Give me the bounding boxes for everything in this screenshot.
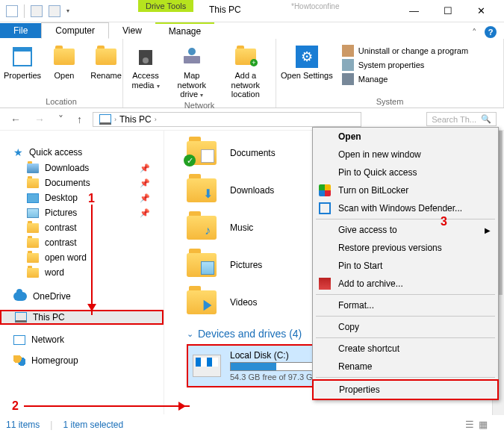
defender-icon: [319, 202, 331, 214]
nav-history-button[interactable]: ˅: [55, 113, 66, 125]
nav-label: open word: [45, 252, 87, 263]
large-icons-view-icon[interactable]: ▦: [479, 419, 488, 430]
system-properties-button[interactable]: System properties: [342, 59, 468, 71]
ctx-properties[interactable]: Properties: [312, 379, 499, 400]
nav-word[interactable]: word: [13, 265, 164, 280]
drive-tools-contextual-tab[interactable]: Drive Tools: [138, 0, 193, 12]
nav-onedrive[interactable]: OneDrive: [13, 289, 164, 304]
folder-icon: [187, 290, 217, 314]
nav-contrast[interactable]: contrast: [13, 220, 164, 235]
nav-homegroup[interactable]: Homegroup: [13, 353, 164, 368]
folder-icon: [27, 178, 39, 188]
ctx-open[interactable]: Open: [313, 128, 498, 146]
help-icon[interactable]: ?: [485, 26, 497, 38]
devices-header-label: Devices and drives (4): [198, 328, 302, 340]
breadcrumb-root[interactable]: This PC: [119, 114, 152, 125]
qat-icon-3[interactable]: [49, 5, 60, 17]
add-location-button[interactable]: + Add a network location: [220, 42, 271, 99]
ribbon-collapse-icon[interactable]: ˄: [472, 27, 477, 38]
ctx-restore[interactable]: Restore previous versions: [313, 239, 498, 257]
nav-downloads[interactable]: Downloads📌: [13, 161, 164, 175]
maximize-button[interactable]: ☐: [431, 0, 464, 21]
pin-icon: 📌: [140, 163, 150, 173]
tab-view[interactable]: View: [109, 23, 155, 38]
folder-label: Downloads: [230, 185, 274, 196]
folder-icon: [27, 238, 39, 248]
folder-icon: [27, 268, 39, 278]
details-view-icon[interactable]: ☰: [465, 419, 474, 430]
add-location-icon: +: [234, 45, 258, 69]
group-location-label: Location: [4, 96, 118, 106]
check-badge-icon: ✓: [184, 155, 196, 166]
close-button[interactable]: ✕: [464, 0, 498, 21]
folder-icon: ✓: [187, 141, 217, 165]
nav-desktop[interactable]: Desktop📌: [13, 190, 164, 205]
settings-gear-icon: ⚙: [295, 45, 319, 69]
nav-contrast2[interactable]: contrast: [13, 235, 164, 250]
nav-up-button[interactable]: ↑: [74, 113, 85, 125]
ctx-create-shortcut[interactable]: Create shortcut: [313, 340, 498, 358]
drive-usage-fill: [231, 363, 276, 370]
nav-back-button[interactable]: ←: [7, 113, 24, 125]
ctx-copy[interactable]: Copy: [313, 318, 498, 336]
ctx-pin-quick-access[interactable]: Pin to Quick access: [313, 163, 498, 181]
ctx-bitlocker[interactable]: Turn on BitLocker: [313, 181, 498, 199]
properties-button[interactable]: Properties: [4, 42, 40, 96]
minimize-button[interactable]: —: [397, 0, 431, 21]
ctx-pin-start[interactable]: Pin to Start: [313, 257, 498, 275]
qat-overflow-icon[interactable]: ▾: [66, 7, 69, 14]
map-drive-button[interactable]: Map network drive ▾: [169, 42, 214, 99]
system-list: Uninstall or change a program System pro…: [339, 42, 471, 96]
nav-quick-access[interactable]: ★Quick access: [13, 144, 164, 161]
open-button[interactable]: Open: [46, 42, 82, 96]
svg-point-1: [143, 57, 149, 63]
group-system-label: System: [281, 96, 499, 106]
nav-forward-button[interactable]: →: [31, 113, 48, 125]
ctx-label: Create shortcut: [338, 343, 399, 354]
ctx-open-new-window[interactable]: Open in new window: [313, 146, 498, 163]
nav-open-word[interactable]: open word: [13, 250, 164, 265]
rename-button[interactable]: Rename: [88, 42, 124, 96]
ctx-label: Restore previous versions: [338, 243, 442, 253]
ctx-rename[interactable]: Rename: [313, 358, 498, 376]
window-title: This PC: [209, 4, 241, 15]
folder-label: Documents: [230, 148, 276, 158]
chevron-right-icon: ›: [114, 116, 116, 123]
ribbon-collapse-help: ˄ ?: [472, 26, 497, 38]
open-settings-button[interactable]: ⚙ Open Settings: [281, 42, 333, 96]
nav-label: OneDrive: [33, 291, 71, 302]
open-settings-label: Open Settings: [281, 71, 333, 81]
tab-computer[interactable]: Computer: [41, 22, 109, 39]
map-drive-label: Map network drive ▾: [169, 71, 214, 99]
search-input[interactable]: Search Th... 🔍: [426, 112, 497, 126]
nav-network[interactable]: Network: [13, 332, 164, 347]
nav-this-pc[interactable]: This PC: [0, 310, 164, 325]
tab-file[interactable]: File: [0, 23, 41, 38]
ctx-archive[interactable]: Add to archive...: [313, 275, 498, 293]
ctx-format[interactable]: Format...: [313, 296, 498, 314]
svg-point-3: [188, 48, 196, 55]
qat-icon-1[interactable]: [6, 5, 18, 17]
ctx-label: Copy: [338, 322, 359, 332]
ctx-give-access[interactable]: Give access to▶: [313, 221, 498, 239]
access-media-label: Access media ▾: [128, 71, 164, 90]
nav-label: contrast: [45, 222, 77, 233]
manage-button[interactable]: Manage: [342, 73, 468, 85]
nav-label: Desktop: [45, 193, 78, 203]
ctx-label: Pin to Start: [338, 261, 382, 271]
uninstall-icon: [342, 45, 354, 57]
cloud-icon: [13, 292, 27, 301]
qat-icon-2[interactable]: [31, 5, 43, 17]
tab-manage[interactable]: Manage: [155, 22, 214, 39]
breadcrumb[interactable]: › This PC ›: [93, 112, 361, 127]
add-location-label: Add a network location: [220, 71, 271, 99]
nav-documents[interactable]: Documents📌: [13, 175, 164, 190]
folder-label: Music: [230, 222, 253, 233]
pin-icon: 📌: [140, 178, 150, 188]
nav-label: Homegroup: [31, 355, 78, 366]
access-media-button[interactable]: Access media ▾: [128, 42, 164, 99]
nav-pictures[interactable]: Pictures📌: [13, 205, 164, 220]
ctx-label: Open: [338, 131, 361, 142]
ctx-defender[interactable]: Scan with Windows Defender...: [313, 199, 498, 217]
uninstall-program-button[interactable]: Uninstall or change a program: [342, 45, 468, 57]
